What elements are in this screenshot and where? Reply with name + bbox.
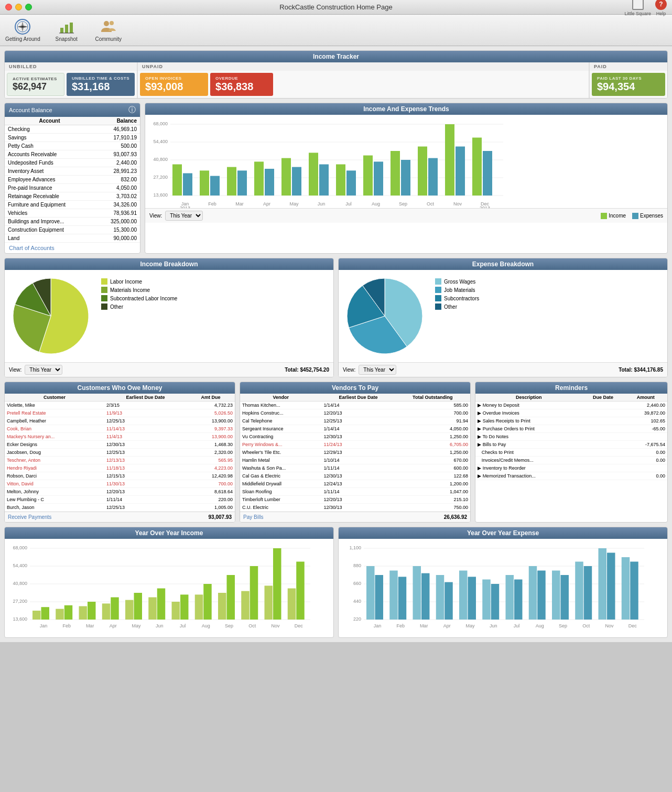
- account-balance-panel: Account Balance ⓘ Account Balance Checki…: [4, 103, 140, 254]
- table-row[interactable]: Cook, Brian11/14/139,397.33: [5, 425, 235, 433]
- little-square-button[interactable]: Little Square: [624, 0, 651, 16]
- info-icon[interactable]: ⓘ: [128, 105, 136, 115]
- bar-curr: [41, 607, 49, 620]
- svg-rect-7: [60, 28, 63, 33]
- table-row[interactable]: Cal Gas & Electric12/30/13122.68: [240, 472, 470, 480]
- table-row[interactable]: Melton, Johnny12/20/138,618.64: [5, 488, 235, 496]
- pay-bills-link[interactable]: Pay Bills: [243, 514, 263, 520]
- table-row[interactable]: Campbell, Heather12/25/1313,900.00: [5, 417, 235, 425]
- table-row[interactable]: Land90,000.00: [5, 234, 140, 243]
- svg-text:Feb: Feb: [208, 201, 216, 207]
- active-estimates-card[interactable]: ACTIVE ESTIMATES $62,947: [7, 73, 64, 96]
- table-row[interactable]: Pretell Real Estate11/9/135,026.50: [5, 409, 235, 417]
- vendor-date: 12/20/13: [322, 496, 395, 504]
- table-row[interactable]: Furniture and Equipment34,326.00: [5, 201, 140, 209]
- table-row[interactable]: Vehicles78,936.91: [5, 209, 140, 218]
- vendor-date: 12/20/13: [322, 409, 395, 417]
- open-invoices-card[interactable]: OPEN INVOICES $93,008: [140, 73, 208, 96]
- svg-text:Nov: Nov: [453, 201, 462, 207]
- getting-around-button[interactable]: Getting Around: [5, 18, 40, 42]
- table-row[interactable]: Hendro Riyadi11/18/134,223.00: [5, 464, 235, 472]
- help-button[interactable]: ? Help: [655, 0, 667, 16]
- reminder-desc: Checks to Print: [475, 449, 582, 457]
- table-row[interactable]: Teschner, Anton12/13/13565.95: [5, 457, 235, 464]
- table-row[interactable]: Sloan Roofing1/11/141,047.00: [240, 488, 470, 496]
- table-row[interactable]: Hamlin Metal1/10/14670.00: [240, 457, 470, 464]
- legend-label: Gross Wages: [444, 279, 475, 285]
- zoom-button[interactable]: [25, 4, 32, 10]
- table-row[interactable]: Construction Equipment15,300.00: [5, 226, 140, 234]
- receive-payments-link[interactable]: Receive Payments: [8, 514, 51, 520]
- paid-last-card[interactable]: PAID LAST 30 DAYS $94,354: [592, 73, 665, 96]
- expense-view-select[interactable]: This Year: [359, 365, 396, 375]
- table-row: ▶ To Do Notes: [475, 433, 667, 441]
- reminder-amount: 2,440.00: [624, 402, 667, 409]
- x-label: Jan: [374, 623, 382, 628]
- snapshot-button[interactable]: Snapshot: [51, 18, 82, 42]
- table-row[interactable]: Inventory Asset28,991.23: [5, 167, 140, 176]
- table-row[interactable]: Robson, Darci12/15/1312,420.98: [5, 472, 235, 480]
- table-row[interactable]: Middlefield Drywall12/24/131,200.00: [240, 480, 470, 488]
- expense-bar: [210, 176, 220, 196]
- table-row[interactable]: Washuta & Son Pa...1/11/14600.00: [240, 464, 470, 472]
- bar-curr: [64, 605, 72, 620]
- table-row[interactable]: Accounts Receivable93,007.93: [5, 150, 140, 159]
- bar-curr: [584, 566, 592, 620]
- year-income-svg: 68,000 54,400 40,800 27,200 13,600 JanFe…: [9, 543, 313, 632]
- table-row[interactable]: Vu Contracting12/30/131,250.00: [240, 433, 470, 441]
- table-row[interactable]: Buildings and Improve...325,000.00: [5, 218, 140, 226]
- table-row[interactable]: Pre-paid Insurance4,050.00: [5, 184, 140, 192]
- table-row[interactable]: Jacobsen, Doug12/25/132,320.00: [5, 449, 235, 457]
- overdue-card[interactable]: OVERDUE $36,838: [210, 73, 273, 96]
- table-row[interactable]: Ecker Designs12/30/131,468.30: [5, 441, 235, 449]
- table-row[interactable]: Burch, Jason12/25/131,005.00: [5, 504, 235, 512]
- balance-col-header: Balance: [94, 117, 140, 125]
- table-row[interactable]: Lew Plumbing - C1/11/14220.00: [5, 496, 235, 504]
- table-row[interactable]: Undeposited Funds2,440.00: [5, 159, 140, 167]
- community-button[interactable]: Community: [93, 18, 124, 42]
- table-row[interactable]: Violette, Mike2/3/154,732.23: [5, 402, 235, 409]
- table-row[interactable]: Thomas Kitchen...1/14/14585.00: [240, 402, 470, 409]
- chart-of-accounts-link[interactable]: Chart of Accounts: [5, 243, 140, 253]
- trends-view-select[interactable]: This Year Last Year: [165, 211, 203, 221]
- table-row[interactable]: C.U. Electric12/30/13750.00: [240, 504, 470, 512]
- table-row[interactable]: Timberloft Lumber12/20/13215.10: [240, 496, 470, 504]
- x-label: Dec: [295, 623, 304, 628]
- reminder-amount: 0.00: [624, 449, 667, 457]
- vendor-date: 12/24/13: [322, 480, 395, 488]
- table-row[interactable]: Savings17,910.19: [5, 134, 140, 142]
- expense-bar: [456, 147, 465, 196]
- table-row[interactable]: Mackey's Nursery an...11/4/1313,900.00: [5, 433, 235, 441]
- table-row[interactable]: Checking46,969.10: [5, 125, 140, 134]
- customer-date: 12/25/13: [104, 417, 187, 425]
- paid-label: PAID: [590, 62, 667, 71]
- vendor-date: 1/14/14: [322, 425, 395, 433]
- table-row[interactable]: Perry Windows &...11/24/136,705.00: [240, 441, 470, 449]
- table-row[interactable]: Petty Cash500.00: [5, 142, 140, 150]
- customer-col: Customer: [5, 394, 104, 402]
- table-row[interactable]: Vitton, David11/30/13700.00: [5, 480, 235, 488]
- table-row[interactable]: Cal Telephone12/25/1391.94: [240, 417, 470, 425]
- reminder-date: [582, 433, 624, 441]
- customer-name: Jacobsen, Doug: [5, 449, 104, 457]
- middle-row: Account Balance ⓘ Account Balance Checki…: [4, 103, 668, 254]
- table-row[interactable]: Employee Advances832.00: [5, 176, 140, 184]
- trends-footer: View: This Year Last Year Income Expense…: [145, 208, 667, 223]
- bar-curr: [226, 575, 234, 620]
- svg-text:13,600: 13,600: [13, 616, 27, 622]
- income-bar: [418, 147, 427, 196]
- table-row[interactable]: Wheeler's Tile Etc.12/29/131,250.00: [240, 449, 470, 457]
- bar-curr: [537, 571, 545, 620]
- account-name: Inventory Asset: [5, 167, 94, 176]
- close-button[interactable]: [5, 4, 12, 10]
- income-view-select[interactable]: This Year: [25, 365, 62, 375]
- table-row[interactable]: Hopkins Construc...12/20/13700.00: [240, 409, 470, 417]
- unbilled-costs-card[interactable]: UNBILLED TIME & COSTS $31,168: [67, 73, 135, 96]
- svg-text:Jun: Jun: [318, 201, 326, 207]
- table-row[interactable]: Retainage Receivable3,703.02: [5, 192, 140, 201]
- income-bar: [227, 167, 236, 196]
- reminder-date: [582, 457, 624, 464]
- customer-name: Melton, Johnny: [5, 488, 104, 496]
- minimize-button[interactable]: [15, 4, 22, 10]
- table-row[interactable]: Sergeant Insurance1/14/144,050.00: [240, 425, 470, 433]
